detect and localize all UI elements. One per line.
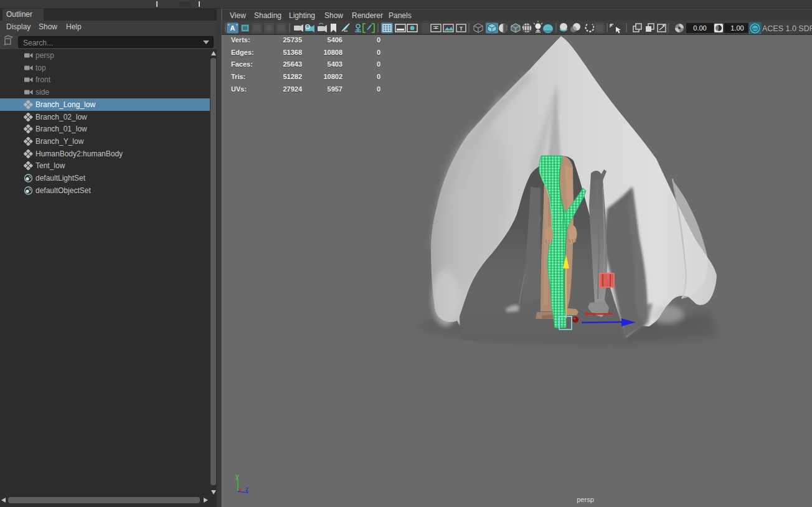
svg-text:y: y — [235, 473, 239, 480]
svg-text:z: z — [245, 486, 248, 493]
svg-text:1.00: 1.00 — [730, 24, 744, 32]
svg-text:A: A — [230, 24, 235, 32]
svg-text:ACES 1.0 SDR-vie: ACES 1.0 SDR-vie — [762, 24, 812, 33]
svg-text:T: T — [460, 26, 463, 32]
svg-text:0.00: 0.00 — [693, 24, 706, 32]
svg-text:cm: cm — [753, 27, 758, 31]
